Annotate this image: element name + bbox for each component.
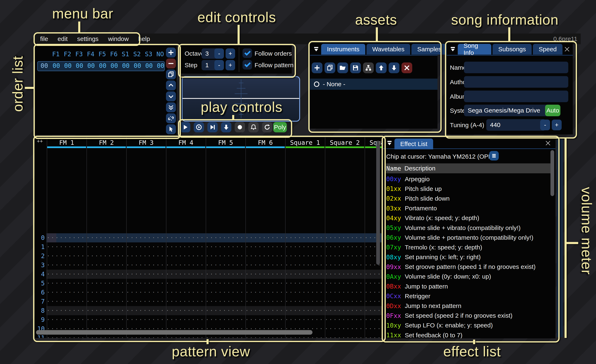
channel-header-square-2[interactable]: Square 2 bbox=[325, 139, 365, 146]
pattern-cell[interactable]: ············ bbox=[325, 335, 365, 338]
pattern-hscrollbar[interactable] bbox=[36, 330, 313, 335]
effect-row-0Fxx[interactable]: 0Fxx Set speed (speed 2 if no grooves ex… bbox=[386, 311, 552, 320]
menu-item-file[interactable]: file bbox=[40, 35, 48, 42]
collapse-icon[interactable] bbox=[313, 46, 320, 52]
order-list-row[interactable]: 0000000000000000000000 bbox=[37, 61, 165, 71]
close-icon[interactable] bbox=[564, 46, 570, 52]
pattern-cell[interactable]: ············ bbox=[246, 308, 285, 313]
tuning-plus-button[interactable]: + bbox=[552, 120, 562, 130]
tuning-input[interactable]: 440 bbox=[486, 119, 545, 131]
effect-row-06xy[interactable]: 06xy Volume slide + portamento (compatib… bbox=[386, 233, 552, 242]
song-info-tab-subsongs[interactable]: Subsongs bbox=[492, 44, 532, 55]
pattern-cell[interactable]: ············ bbox=[126, 235, 166, 241]
pattern-cell[interactable]: ············ bbox=[166, 280, 206, 286]
assets-tab-instruments[interactable]: Instruments bbox=[321, 44, 365, 55]
instrument-list-item[interactable]: - None - bbox=[310, 79, 438, 90]
pattern-cell[interactable]: ············ bbox=[325, 271, 365, 277]
pattern-cell[interactable]: ············ bbox=[87, 335, 126, 338]
pattern-cell[interactable]: ············ bbox=[166, 235, 206, 241]
pattern-cell[interactable]: ············ bbox=[325, 244, 365, 250]
pattern-cell[interactable]: ············ bbox=[285, 271, 325, 277]
repeat-button[interactable] bbox=[262, 122, 272, 132]
pattern-cell[interactable]: ············ bbox=[365, 308, 382, 313]
pattern-cell[interactable]: ············ bbox=[166, 253, 206, 259]
pattern-corner[interactable]: ++ bbox=[37, 138, 43, 144]
menu-item-window[interactable]: window bbox=[108, 35, 129, 42]
pattern-cell[interactable]: ············ bbox=[47, 262, 87, 268]
pattern-cell[interactable]: ············ bbox=[47, 244, 87, 250]
order-cell[interactable]: 00 bbox=[108, 62, 120, 69]
tab-effect-list[interactable]: Effect List bbox=[395, 138, 433, 149]
menu-item-edit[interactable]: edit bbox=[58, 35, 67, 42]
pattern-cell[interactable]: ············ bbox=[365, 326, 382, 332]
pattern-cell[interactable]: ············ bbox=[87, 290, 126, 295]
menu-item-help[interactable]: help bbox=[138, 35, 150, 42]
pattern-cell[interactable]: ············ bbox=[126, 299, 166, 305]
pattern-cell[interactable]: ············ bbox=[206, 335, 246, 338]
author-input[interactable] bbox=[464, 76, 568, 88]
pattern-cell[interactable]: ············ bbox=[246, 335, 285, 338]
poly-button[interactable]: Poly bbox=[273, 122, 287, 132]
song-info-tab-speed[interactable]: Speed bbox=[533, 44, 562, 55]
play-circle-button[interactable] bbox=[194, 122, 204, 132]
order-cell[interactable]: 00 bbox=[132, 62, 143, 69]
copy-button[interactable] bbox=[166, 70, 176, 80]
system-select[interactable]: Sega Genesis/Mega Drive bbox=[464, 105, 549, 116]
pattern-cell[interactable]: ············ bbox=[166, 335, 206, 338]
pattern-cell[interactable]: ············ bbox=[246, 317, 285, 323]
pattern-cell[interactable]: ············ bbox=[206, 271, 246, 277]
pattern-cell[interactable]: ············ bbox=[285, 280, 325, 286]
channel-header-square-1[interactable]: Square 1 bbox=[285, 139, 325, 146]
floppy-button[interactable] bbox=[350, 62, 361, 73]
pattern-cell[interactable]: ············ bbox=[87, 262, 126, 268]
bell-button[interactable] bbox=[248, 122, 259, 132]
effect-row-07xy[interactable]: 07xy Tremolo (x: speed; y: depth) bbox=[386, 242, 552, 252]
menu-item-settings[interactable]: settings bbox=[77, 35, 98, 42]
effect-row-0Dxx[interactable]: 0Dxx Jump to next pattern bbox=[386, 301, 552, 311]
pattern-cell[interactable]: ············ bbox=[325, 262, 365, 268]
pattern-cell[interactable]: ············ bbox=[206, 280, 246, 286]
pattern-cell[interactable]: ············ bbox=[365, 280, 382, 286]
pattern-cell[interactable]: ············ bbox=[47, 299, 87, 305]
channel-header-fm-3[interactable]: FM 3 bbox=[126, 139, 166, 146]
pattern-cell[interactable]: ············ bbox=[325, 308, 365, 313]
octave-minus-button[interactable]: - bbox=[214, 48, 224, 59]
collapse-icon[interactable] bbox=[386, 140, 393, 146]
pattern-cell[interactable]: ············ bbox=[285, 262, 325, 268]
pattern-cell[interactable]: ············ bbox=[47, 308, 87, 313]
unlink-button[interactable] bbox=[166, 113, 176, 123]
pattern-cell[interactable]: ············ bbox=[246, 253, 285, 259]
effect-rows[interactable]: 00xy Arpeggio 01xx Pitch slide up 02xx P… bbox=[386, 174, 552, 338]
effect-list-menu-button[interactable] bbox=[489, 151, 499, 160]
pattern-cell[interactable]: ············ bbox=[365, 290, 382, 295]
arrow-up-button[interactable] bbox=[376, 62, 387, 73]
pattern-cell[interactable]: ············ bbox=[47, 317, 87, 323]
pattern-cell[interactable]: ············ bbox=[365, 299, 382, 305]
pattern-cell[interactable]: ············ bbox=[126, 244, 166, 250]
pattern-cell[interactable]: ············ bbox=[166, 271, 206, 277]
pattern-cell[interactable]: ············ bbox=[126, 308, 166, 313]
effect-row-11xx[interactable]: 11xx Set feedback (0 to 7) bbox=[386, 330, 552, 338]
step-plus-button[interactable]: + bbox=[226, 60, 235, 70]
octave-plus-button[interactable]: + bbox=[226, 48, 235, 59]
pattern-cell[interactable]: ············ bbox=[325, 299, 365, 305]
pattern-cell[interactable]: ············ bbox=[87, 280, 126, 286]
chevron-down-button[interactable] bbox=[166, 91, 176, 101]
order-cell[interactable]: 00 bbox=[85, 62, 97, 69]
pattern-cell[interactable]: ············ bbox=[87, 317, 126, 323]
pattern-cell[interactable]: ············ bbox=[285, 235, 325, 241]
pattern-cell[interactable]: ············ bbox=[325, 290, 365, 295]
effect-row-10xy[interactable]: 10xy Setup LFO (x: enable; y: speed) bbox=[386, 320, 552, 330]
close-icon[interactable] bbox=[545, 140, 551, 146]
pattern-cell[interactable]: ············ bbox=[87, 244, 126, 250]
pattern-cell[interactable]: ············ bbox=[47, 290, 87, 295]
tuning-minus-button[interactable]: - bbox=[540, 120, 550, 130]
pattern-cell[interactable]: ············ bbox=[325, 253, 365, 259]
effect-row-05xy[interactable]: 05xy Volume slide + vibrato (compatibili… bbox=[386, 223, 552, 233]
x-button[interactable] bbox=[402, 62, 412, 73]
pattern-cell[interactable]: ············ bbox=[325, 317, 365, 323]
copy-button[interactable] bbox=[325, 62, 335, 73]
album-input[interactable] bbox=[464, 91, 568, 102]
pattern-cell[interactable]: ············ bbox=[285, 253, 325, 259]
plus-button[interactable] bbox=[312, 62, 322, 73]
